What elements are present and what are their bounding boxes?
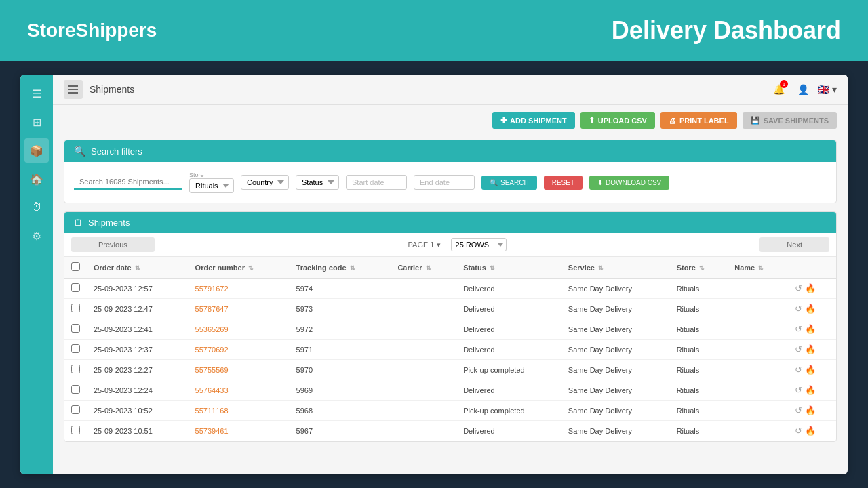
fire-icon[interactable]: 🔥 — [805, 365, 816, 375]
language-button[interactable]: 🇬🇧 ▾ — [818, 80, 837, 99]
reset-button[interactable]: RESET — [544, 176, 583, 190]
cell-order-number[interactable]: 55764433 — [189, 380, 290, 401]
row-checkbox[interactable] — [71, 426, 80, 434]
col-order-date[interactable]: Order date ⇅ — [87, 257, 189, 279]
cell-actions: ↺ 🔥 — [788, 421, 836, 441]
fire-icon[interactable]: 🔥 — [805, 304, 816, 314]
refresh-icon[interactable]: ↺ — [795, 365, 802, 375]
start-date-input[interactable] — [346, 175, 407, 190]
refresh-icon[interactable]: ↺ — [795, 405, 802, 415]
page-arrow-icon: ▾ — [437, 241, 441, 249]
cell-order-number[interactable]: 55711168 — [189, 401, 290, 421]
sidebar-item-shipments[interactable]: 📦 — [24, 138, 49, 163]
cell-name — [728, 299, 787, 319]
refresh-icon[interactable]: ↺ — [795, 304, 802, 314]
sidebar-item-menu[interactable]: ☰ — [24, 81, 49, 106]
sidebar-item-settings[interactable]: ⚙ — [24, 224, 49, 248]
user-button[interactable]: 👤 — [793, 80, 812, 99]
shipments-table: Order date ⇅ Order number ⇅ Tracking cod… — [64, 257, 836, 441]
col-order-number[interactable]: Order number ⇅ — [189, 257, 290, 279]
row-checkbox[interactable] — [71, 283, 80, 292]
print-label-button[interactable]: 🖨 PRINT LABEL — [660, 112, 737, 129]
fire-icon[interactable]: 🔥 — [805, 385, 816, 395]
logo: StoreShippers — [27, 20, 157, 41]
table-row: 25-09-2023 12:27 55755569 5970 Pick-up c… — [64, 360, 836, 380]
cell-status: Pick-up completed — [456, 401, 561, 421]
cell-carrier — [391, 299, 456, 319]
cell-order-number[interactable]: 55365269 — [189, 319, 290, 340]
cell-store: Rituals — [670, 421, 728, 441]
fire-icon[interactable]: 🔥 — [805, 426, 816, 436]
refresh-icon[interactable]: ↺ — [795, 324, 802, 334]
row-checkbox[interactable] — [71, 365, 80, 373]
fire-icon[interactable]: 🔥 — [805, 405, 816, 415]
cell-order-number[interactable]: 55755569 — [189, 360, 290, 380]
fire-icon[interactable]: 🔥 — [805, 344, 816, 354]
save-icon: 💾 — [751, 116, 760, 125]
cell-order-number[interactable]: 55787647 — [189, 299, 290, 319]
content-area: Shipments 🔔 1 👤 🇬🇧 ▾ ✚ ADD SHIPMENT — [53, 75, 848, 474]
search-input[interactable] — [74, 175, 182, 190]
cell-actions: ↺ 🔥 — [788, 319, 836, 340]
notifications-button[interactable]: 🔔 1 — [769, 80, 788, 99]
cell-actions: ↺ 🔥 — [788, 380, 836, 401]
filter-controls: Store Rituals Country Status — [74, 171, 827, 193]
store-label: Store — [189, 171, 234, 178]
add-shipment-button[interactable]: ✚ ADD SHIPMENT — [492, 112, 575, 129]
refresh-icon[interactable]: ↺ — [795, 344, 802, 354]
row-checkbox[interactable] — [71, 385, 80, 394]
refresh-icon[interactable]: ↺ — [795, 426, 802, 436]
cell-tracking-code: 5974 — [290, 279, 391, 299]
refresh-icon[interactable]: ↺ — [795, 385, 802, 395]
shipments-table-section: 🗒 Shipments Previous PAGE 1 ▾ 25 ROWS — [64, 211, 837, 442]
hamburger-button[interactable] — [64, 80, 83, 99]
cell-order-number[interactable]: 55739461 — [189, 421, 290, 441]
shipments-table-header: 🗒 Shipments — [64, 212, 836, 233]
cell-order-number[interactable]: 55770692 — [189, 340, 290, 360]
sidebar-item-dashboard[interactable]: ⊞ — [24, 110, 49, 134]
col-status[interactable]: Status ⇅ — [456, 257, 561, 279]
download-csv-button[interactable]: ⬇ DOWNLOAD CSV — [589, 176, 669, 190]
select-all-checkbox[interactable] — [71, 262, 80, 271]
cell-order-number[interactable]: 55791672 — [189, 279, 290, 299]
fire-icon[interactable]: 🔥 — [805, 283, 816, 293]
cell-name — [728, 360, 787, 380]
upload-icon: ⬆ — [589, 116, 595, 125]
rows-per-page-select[interactable]: 25 ROWS 50 ROWS 100 ROWS — [451, 238, 507, 251]
print-icon: 🖨 — [669, 117, 676, 125]
save-shipments-button[interactable]: 💾 SAVE SHIPMENTS — [743, 112, 837, 129]
search-icon: 🔍 — [490, 179, 498, 186]
row-checkbox[interactable] — [71, 304, 80, 312]
cell-carrier — [391, 360, 456, 380]
col-store[interactable]: Store ⇅ — [670, 257, 728, 279]
search-button[interactable]: 🔍 SEARCH — [481, 176, 537, 190]
row-checkbox[interactable] — [71, 324, 80, 333]
cell-actions: ↺ 🔥 — [788, 340, 836, 360]
cell-tracking-code: 5969 — [290, 380, 391, 401]
end-date-input[interactable] — [414, 175, 475, 190]
cell-tracking-code: 5970 — [290, 360, 391, 380]
col-tracking-code[interactable]: Tracking code ⇅ — [290, 257, 391, 279]
row-checkbox[interactable] — [71, 344, 80, 353]
sidebar-item-history[interactable]: ⏱ — [24, 195, 49, 220]
country-select[interactable]: Country — [241, 175, 289, 190]
row-checkbox[interactable] — [71, 405, 80, 414]
scroll-area[interactable]: 🔍 Search filters Store Rituals — [53, 133, 848, 474]
select-all-header — [64, 257, 87, 279]
upload-csv-button[interactable]: ⬆ UPLOAD CSV — [580, 112, 655, 129]
status-select[interactable]: Status — [296, 175, 339, 190]
cell-actions: ↺ 🔥 — [788, 279, 836, 299]
cell-carrier — [391, 380, 456, 401]
sidebar-item-home[interactable]: 🏠 — [24, 167, 49, 191]
next-page-button[interactable]: Next — [760, 237, 829, 252]
fire-icon[interactable]: 🔥 — [805, 324, 816, 334]
col-service[interactable]: Service ⇅ — [561, 257, 670, 279]
prev-page-button[interactable]: Previous — [71, 237, 155, 252]
col-carrier[interactable]: Carrier ⇅ — [391, 257, 456, 279]
pagination-info: PAGE 1 ▾ 25 ROWS 50 ROWS 100 ROWS — [408, 238, 507, 251]
col-name[interactable]: Name ⇅ — [728, 257, 787, 279]
store-select[interactable]: Rituals — [189, 178, 234, 193]
filter-header[interactable]: 🔍 Search filters — [64, 140, 836, 162]
refresh-icon[interactable]: ↺ — [795, 283, 802, 293]
plus-icon: ✚ — [500, 116, 507, 125]
